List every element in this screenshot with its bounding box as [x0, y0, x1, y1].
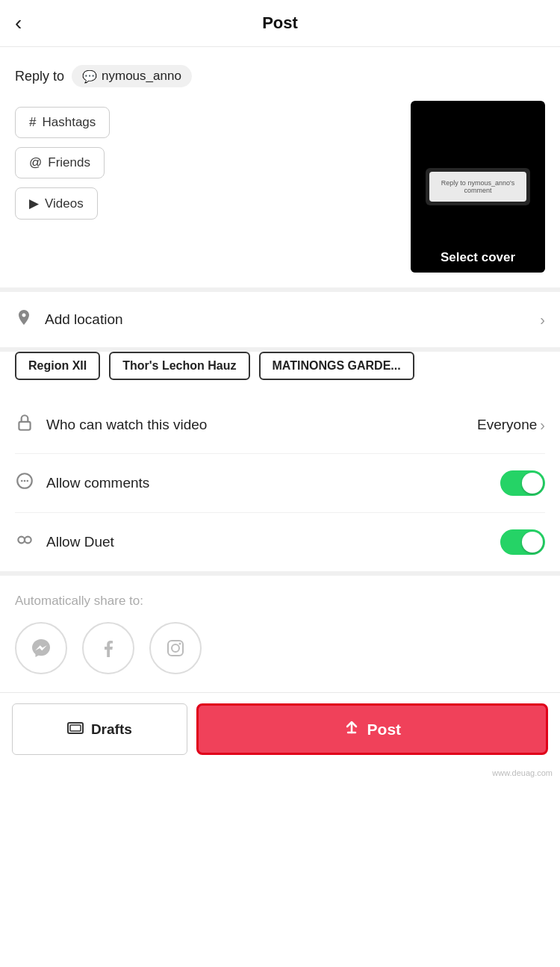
share-section: Automatically share to: — [0, 571, 560, 692]
allow-comments-label: Allow comments — [46, 475, 149, 491]
lock-icon — [15, 413, 34, 437]
at-icon: @ — [29, 155, 42, 170]
location-icon — [15, 308, 33, 331]
svg-rect-0 — [19, 422, 30, 430]
share-icons — [15, 622, 545, 674]
allow-comments-row: Allow comments — [15, 454, 545, 513]
post-icon — [343, 719, 360, 739]
drafts-icon — [67, 721, 84, 738]
messenger-button[interactable] — [15, 622, 67, 674]
post-button[interactable]: Post — [196, 703, 548, 755]
hashtags-button[interactable]: # Hashtags — [15, 107, 110, 138]
location-tags: Region XII Thor's Lechon Hauz MATINONGS … — [0, 352, 560, 397]
back-button[interactable]: ‹ — [15, 11, 22, 35]
who-can-watch-left: Who can watch this video — [15, 413, 207, 437]
reply-to-label: Reply to — [15, 69, 64, 84]
svg-point-9 — [179, 643, 181, 645]
bottom-bar: Drafts Post — [0, 692, 560, 765]
comment-icon — [15, 471, 34, 495]
who-can-watch-label: Who can watch this video — [46, 417, 207, 433]
svg-point-6 — [25, 537, 31, 544]
instagram-button[interactable] — [149, 622, 202, 674]
svg-point-8 — [172, 644, 179, 652]
svg-point-4 — [26, 480, 28, 482]
who-can-watch-value: Everyone › — [477, 417, 545, 434]
settings-section: Who can watch this video Everyone › Allo… — [0, 397, 560, 571]
allow-duet-row: Allow Duet — [15, 513, 545, 571]
hashtag-icon: # — [29, 115, 36, 130]
svg-point-5 — [18, 537, 25, 544]
select-cover-label[interactable]: Select cover — [411, 243, 545, 273]
location-chevron: › — [540, 311, 545, 329]
facebook-button[interactable] — [82, 622, 134, 674]
videos-button[interactable]: ▶ Videos — [15, 187, 98, 220]
drafts-label: Drafts — [91, 721, 132, 738]
add-location-label: Add location — [45, 311, 123, 328]
friends-button[interactable]: @ Friends — [15, 147, 105, 178]
drafts-button[interactable]: Drafts — [12, 703, 187, 755]
toggle-knob-duet — [522, 532, 543, 553]
cover-preview: Reply to nymous_anno's comment — [426, 168, 530, 205]
cover-and-tags: # Hashtags @ Friends ▶ Videos Reply to n… — [15, 101, 545, 273]
play-icon: ▶ — [29, 196, 39, 211]
allow-comments-toggle[interactable] — [500, 470, 545, 496]
who-can-watch-row[interactable]: Who can watch this video Everyone › — [15, 397, 545, 454]
reply-to-username: nymous_anno — [102, 69, 181, 84]
watermark: www.deuag.com — [0, 765, 560, 783]
location-tag-matinongs[interactable]: MATINONGS GARDE... — [259, 352, 414, 380]
allow-duet-label: Allow Duet — [46, 534, 114, 550]
header: ‹ Post — [0, 0, 560, 47]
reply-to-badge[interactable]: 💬 nymous_anno — [72, 65, 192, 87]
everyone-text: Everyone — [477, 417, 537, 433]
svg-rect-11 — [70, 725, 81, 731]
hashtags-label: Hashtags — [42, 115, 96, 130]
allow-duet-left: Allow Duet — [15, 530, 114, 554]
cover-thumbnail[interactable]: Reply to nymous_anno's comment Select co… — [411, 101, 545, 273]
page-title: Post — [262, 13, 298, 33]
who-can-watch-chevron: › — [540, 417, 545, 434]
tags-area: # Hashtags @ Friends ▶ Videos — [15, 101, 396, 220]
reply-to-row: Reply to 💬 nymous_anno — [15, 65, 545, 87]
location-row-left: Add location — [15, 308, 123, 331]
cover-preview-inner: Reply to nymous_anno's comment — [429, 172, 526, 202]
top-section: Reply to 💬 nymous_anno # Hashtags @ Frie… — [0, 47, 560, 292]
svg-point-3 — [24, 480, 26, 482]
allow-comments-left: Allow comments — [15, 471, 149, 495]
bubble-icon: 💬 — [82, 69, 97, 84]
toggle-knob — [522, 473, 543, 494]
duet-icon — [15, 530, 34, 554]
add-location-row[interactable]: Add location › — [15, 292, 545, 347]
location-tag-thor[interactable]: Thor's Lechon Hauz — [109, 352, 249, 380]
location-section: Add location › — [0, 292, 560, 352]
svg-point-2 — [21, 480, 23, 482]
videos-label: Videos — [45, 196, 84, 211]
location-tag-region[interactable]: Region XII — [15, 352, 100, 380]
allow-duet-toggle[interactable] — [500, 529, 545, 555]
share-label: Automatically share to: — [15, 594, 545, 609]
post-label: Post — [367, 721, 402, 739]
friends-label: Friends — [48, 155, 90, 170]
